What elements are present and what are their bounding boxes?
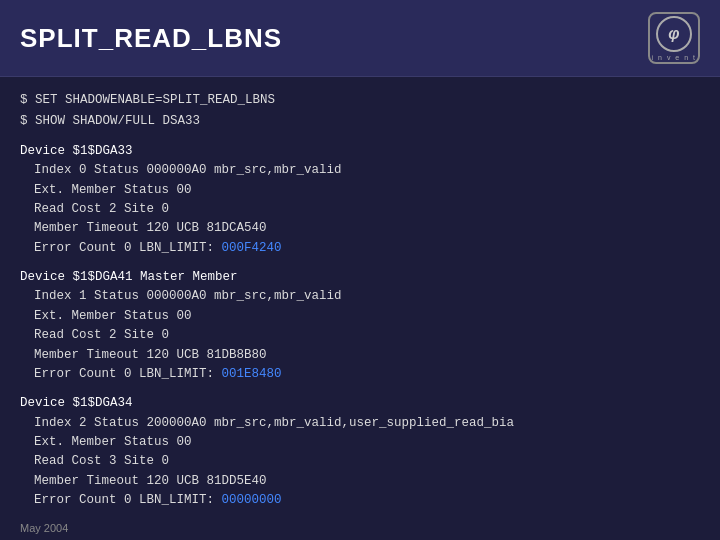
device-0-index: Index 0 Status 000000A0 mbr_src,mbr_vali…	[20, 161, 700, 180]
hp-invent-text: i n v e n t	[652, 54, 697, 61]
hp-logo-icon: φ	[668, 25, 679, 43]
device-1-ext: Ext. Member Status 00	[20, 307, 700, 326]
device-1-error: Error Count 0 LBN_LIMIT: 001E8480	[20, 365, 700, 384]
device-block-0: Device $1$DGA33 Index 0 Status 000000A0 …	[20, 142, 700, 258]
hp-logo-circle: φ	[656, 16, 692, 52]
command-line-2: $ SHOW SHADOW/FULL DSA33	[20, 112, 700, 131]
device-2-index: Index 2 Status 200000A0 mbr_src,mbr_vali…	[20, 414, 700, 433]
device-1-error-prefix: Error Count 0 LBN_LIMIT:	[34, 367, 222, 381]
device-0-ext: Ext. Member Status 00	[20, 181, 700, 200]
device-2-read-cost: Read Cost 3 Site 0	[20, 452, 700, 471]
hp-logo: φ i n v e n t	[648, 12, 700, 64]
device-0-error-prefix: Error Count 0 LBN_LIMIT:	[34, 241, 222, 255]
device-1-timeout: Member Timeout 120 UCB 81DB8B80	[20, 346, 700, 365]
device-0-read-cost: Read Cost 2 Site 0	[20, 200, 700, 219]
device-2-error: Error Count 0 LBN_LIMIT: 00000000	[20, 491, 700, 510]
command-text-2: $ SHOW SHADOW/FULL DSA33	[20, 114, 200, 128]
device-2-error-prefix: Error Count 0 LBN_LIMIT:	[34, 493, 222, 507]
device-0-lbn: 000F4240	[222, 241, 282, 255]
device-block-1: Device $1$DGA41 Master Member Index 1 St…	[20, 268, 700, 384]
device-2-lbn: 00000000	[222, 493, 282, 507]
device-1-read-cost: Read Cost 2 Site 0	[20, 326, 700, 345]
device-name-2: Device $1$DGA34	[20, 394, 700, 413]
slide: SPLIT_READ_LBNS φ i n v e n t $ SET SHAD…	[0, 0, 720, 540]
device-name-0: Device $1$DGA33	[20, 142, 700, 161]
device-2-ext: Ext. Member Status 00	[20, 433, 700, 452]
device-2-timeout: Member Timeout 120 UCB 81DD5E40	[20, 472, 700, 491]
device-name-1: Device $1$DGA41 Master Member	[20, 268, 700, 287]
page-title: SPLIT_READ_LBNS	[20, 23, 282, 54]
device-block-2: Device $1$DGA34 Index 2 Status 200000A0 …	[20, 394, 700, 510]
header: SPLIT_READ_LBNS φ i n v e n t	[0, 0, 720, 77]
command-line-1: $ SET SHADOWENABLE=SPLIT_READ_LBNS	[20, 91, 700, 110]
footer-date: May 2004	[20, 522, 68, 534]
device-1-lbn: 001E8480	[222, 367, 282, 381]
footer: May 2004	[0, 516, 720, 540]
device-0-timeout: Member Timeout 120 UCB 81DCA540	[20, 219, 700, 238]
device-0-error: Error Count 0 LBN_LIMIT: 000F4240	[20, 239, 700, 258]
command-text-1: $ SET SHADOWENABLE=SPLIT_READ_LBNS	[20, 93, 275, 107]
content-area: $ SET SHADOWENABLE=SPLIT_READ_LBNS $ SHO…	[0, 77, 720, 516]
device-1-index: Index 1 Status 000000A0 mbr_src,mbr_vali…	[20, 287, 700, 306]
